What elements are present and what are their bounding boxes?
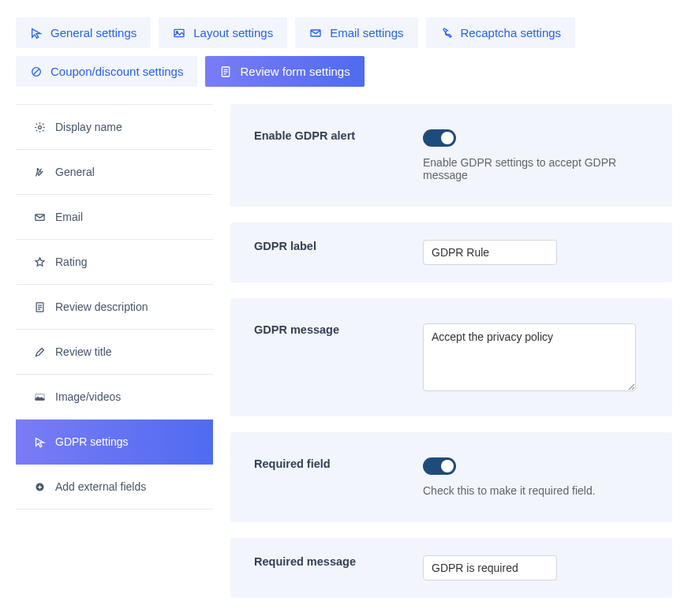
sidebar-item-display-name[interactable]: Display name (16, 104, 213, 150)
sidebar-item-label: Image/videos (55, 390, 121, 403)
wrench-icon (440, 27, 453, 39)
plus-circle-icon (33, 480, 46, 493)
tab-coupon-discount-settings[interactable]: Coupon/discount settings (16, 56, 197, 87)
field-label: Required message (254, 555, 404, 581)
document-icon (33, 301, 46, 313)
cursor-icon (33, 435, 46, 448)
pencil-icon (33, 345, 46, 358)
tab-label: Layout settings (193, 26, 273, 39)
star-icon (33, 256, 46, 268)
image-icon (173, 27, 185, 39)
field-label: Required field (254, 457, 404, 497)
mail-icon (33, 211, 46, 223)
tab-general-settings[interactable]: General settings (16, 17, 151, 48)
slash-circle-icon (30, 65, 43, 78)
tab-label: Review form settings (240, 65, 350, 78)
field-required-field: Required field Check this to make it req… (230, 432, 672, 522)
tab-label: Email settings (330, 26, 403, 39)
field-gdpr-message: GDPR message (230, 298, 672, 416)
sidebar-item-email[interactable]: Email (16, 195, 213, 240)
helper-text: Check this to make it required field. (423, 484, 649, 497)
sidebar-item-review-description[interactable]: Review description (16, 285, 213, 330)
tab-label: Coupon/discount settings (50, 65, 183, 78)
sidebar-item-label: GDPR settings (55, 435, 129, 448)
gear-icon (33, 121, 46, 133)
sidebar-item-label: Rating (55, 256, 87, 268)
sidebar-item-label: Review description (55, 301, 148, 313)
form-area: Enable GDPR alert Enable GDPR settings t… (230, 104, 672, 616)
field-gdpr-label: GDPR label (230, 222, 672, 282)
sidebar-item-label: Email (55, 211, 83, 223)
media-icon (33, 390, 46, 403)
required-message-input[interactable] (423, 555, 557, 581)
sidebar-item-review-title[interactable]: Review title (16, 330, 213, 375)
tab-label: General settings (50, 26, 136, 39)
field-required-message: Required message (230, 538, 672, 598)
sidebar-item-label: General (55, 166, 95, 178)
sidebar-item-general[interactable]: General (16, 150, 213, 195)
sidebar: Display name General (16, 104, 213, 616)
form-icon (219, 65, 232, 78)
top-tabs: General settings Layout settings Email s… (16, 17, 672, 87)
tab-email-settings[interactable]: Email settings (295, 17, 417, 48)
sidebar-item-add-external-fields[interactable]: Add external fields (16, 465, 213, 510)
tab-recaptcha-settings[interactable]: Recaptcha settings (426, 17, 576, 48)
sidebar-item-gdpr-settings[interactable]: GDPR settings (16, 420, 213, 465)
enable-gdpr-toggle[interactable] (423, 129, 456, 147)
field-enable-gdpr-alert: Enable GDPR alert Enable GDPR settings t… (230, 104, 672, 207)
gdpr-label-input[interactable] (423, 240, 557, 265)
gdpr-message-textarea[interactable] (423, 323, 636, 391)
sidebar-item-label: Review title (55, 345, 112, 358)
sidebar-item-label: Add external fields (55, 480, 146, 493)
mail-icon (309, 27, 322, 39)
field-label: Enable GDPR alert (254, 129, 404, 181)
helper-text: Enable GDPR settings to accept GDPR mess… (423, 156, 649, 181)
sidebar-item-rating[interactable]: Rating (16, 240, 213, 285)
tools-icon (33, 166, 46, 178)
required-field-toggle[interactable] (423, 457, 456, 475)
tab-layout-settings[interactable]: Layout settings (159, 17, 287, 48)
sidebar-item-label: Display name (55, 121, 122, 133)
tab-review-form-settings[interactable]: Review form settings (205, 56, 364, 87)
tab-label: Recaptcha settings (461, 26, 562, 39)
sidebar-item-image-videos[interactable]: Image/videos (16, 375, 213, 420)
svg-point-5 (38, 125, 41, 129)
field-label: GDPR message (254, 323, 404, 391)
cursor-icon (30, 27, 43, 39)
field-label: GDPR label (254, 240, 404, 265)
